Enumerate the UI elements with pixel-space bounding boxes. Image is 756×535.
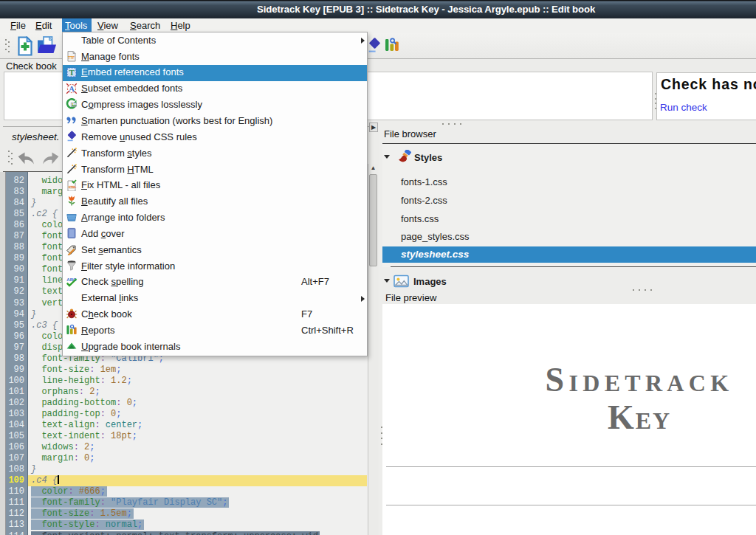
svg-text:TTF: TTF — [68, 55, 75, 59]
svg-text:T: T — [69, 68, 75, 77]
svg-text:A: A — [69, 85, 75, 93]
svg-text:HTML: HTML — [69, 186, 77, 189]
